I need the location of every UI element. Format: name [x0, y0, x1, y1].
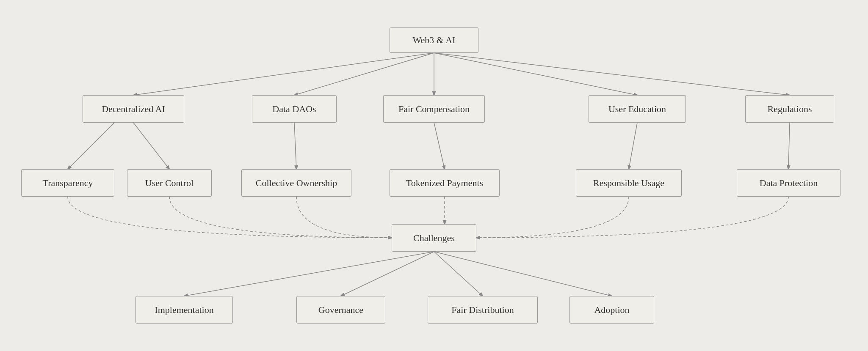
svg-line-9	[629, 123, 637, 169]
node-data-protection: Data Protection	[737, 169, 840, 197]
svg-line-3	[434, 53, 637, 95]
node-collective-ownership: Collective Ownership	[241, 169, 351, 197]
node-responsible-usage: Responsible Usage	[576, 169, 682, 197]
node-challenges: Challenges	[392, 224, 476, 252]
node-user-control: User Control	[127, 169, 212, 197]
svg-line-7	[294, 123, 296, 169]
svg-line-13	[434, 252, 483, 296]
node-user-education: User Education	[589, 95, 686, 123]
svg-line-11	[184, 252, 434, 296]
node-adoption: Adoption	[569, 296, 654, 324]
svg-line-0	[133, 53, 434, 95]
node-root: Web3 & AI	[390, 27, 478, 53]
node-fair-compensation: Fair Compensation	[383, 95, 485, 123]
svg-line-12	[341, 252, 434, 296]
node-regulations: Regulations	[745, 95, 834, 123]
svg-line-8	[434, 123, 445, 169]
svg-line-5	[68, 123, 114, 169]
node-decentralized-ai: Decentralized AI	[83, 95, 184, 123]
diagram-container: Web3 & AI Decentralized AI Data DAOs Fai…	[0, 0, 868, 351]
node-data-daos: Data DAOs	[252, 95, 337, 123]
node-fair-distribution: Fair Distribution	[428, 296, 538, 324]
node-tokenized-payments: Tokenized Payments	[390, 169, 500, 197]
svg-line-6	[133, 123, 169, 169]
node-implementation: Implementation	[135, 296, 233, 324]
svg-line-4	[434, 53, 790, 95]
node-transparency: Transparency	[21, 169, 114, 197]
svg-line-1	[294, 53, 434, 95]
svg-line-14	[434, 252, 612, 296]
svg-line-10	[788, 123, 790, 169]
node-governance: Governance	[296, 296, 385, 324]
